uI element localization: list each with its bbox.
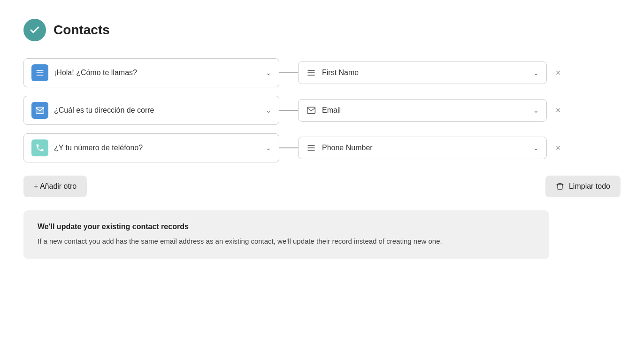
left-dropdown-1[interactable]: ¡Hola! ¿Cómo te llamas? ⌄ (23, 58, 279, 87)
connector-line (279, 147, 298, 148)
svg-rect-2 (37, 75, 44, 76)
info-text: If a new contact you add has the same em… (38, 236, 535, 247)
remove-row-2-button[interactable]: × (552, 104, 565, 117)
chevron-down-icon: ⌄ (266, 144, 271, 152)
right-dropdown-1[interactable]: First Name ⌄ (298, 62, 547, 84)
info-title: We'll update your existing contact recor… (38, 223, 535, 231)
connector-line (279, 72, 298, 73)
left-label-1: ¡Hola! ¿Cómo te llamas? (54, 69, 260, 77)
trash-icon (556, 182, 564, 191)
page-header: Contacts (23, 19, 621, 41)
mapping-list: ¡Hola! ¿Cómo te llamas? ⌄ First Name ⌄ × (23, 58, 621, 162)
connector-line (279, 110, 298, 111)
left-label-3: ¿Y tu número de teléfono? (54, 144, 260, 152)
left-label-2: ¿Cuál es tu dirección de corre (54, 106, 260, 115)
svg-rect-0 (37, 70, 44, 71)
check-circle-icon (23, 19, 46, 41)
mapping-row: ¿Cuál es tu dirección de corre ⌄ Email ⌄… (23, 96, 621, 125)
action-bar: + Añadir otro Limpiar todo (23, 176, 621, 197)
clear-all-button[interactable]: Limpiar todo (545, 176, 621, 197)
mapping-row: ¡Hola! ¿Cómo te llamas? ⌄ First Name ⌄ × (23, 58, 621, 87)
chevron-down-icon: ⌄ (266, 107, 271, 114)
right-dropdown-3[interactable]: Phone Number ⌄ (298, 137, 547, 159)
list-icon (31, 64, 48, 81)
left-dropdown-2[interactable]: ¿Cuál es tu dirección de corre ⌄ (23, 96, 279, 125)
add-another-button[interactable]: + Añadir otro (23, 176, 87, 197)
clear-label: Limpiar todo (569, 182, 610, 191)
chevron-down-icon: ⌄ (533, 107, 539, 114)
list-small-icon (306, 68, 316, 78)
svg-rect-3 (38, 70, 39, 71)
email-small-icon (306, 105, 316, 115)
list-small-icon-2 (306, 143, 316, 153)
chevron-down-icon: ⌄ (533, 69, 539, 77)
chevron-down-icon: ⌄ (266, 69, 271, 77)
info-box: We'll update your existing contact recor… (23, 210, 549, 259)
mapping-row: ¿Y tu número de teléfono? ⌄ Phone Number… (23, 133, 621, 162)
chevron-down-icon: ⌄ (533, 144, 539, 152)
page-title: Contacts (54, 23, 110, 38)
right-dropdown-2[interactable]: Email ⌄ (298, 99, 547, 122)
email-icon (31, 102, 48, 119)
svg-rect-1 (37, 72, 44, 73)
phone-icon (31, 139, 48, 156)
right-label-3: Phone Number (322, 144, 528, 152)
right-label-2: Email (322, 106, 528, 115)
left-dropdown-3[interactable]: ¿Y tu número de teléfono? ⌄ (23, 133, 279, 162)
remove-row-3-button[interactable]: × (552, 141, 565, 154)
right-label-1: First Name (322, 69, 528, 77)
remove-row-1-button[interactable]: × (552, 66, 565, 79)
